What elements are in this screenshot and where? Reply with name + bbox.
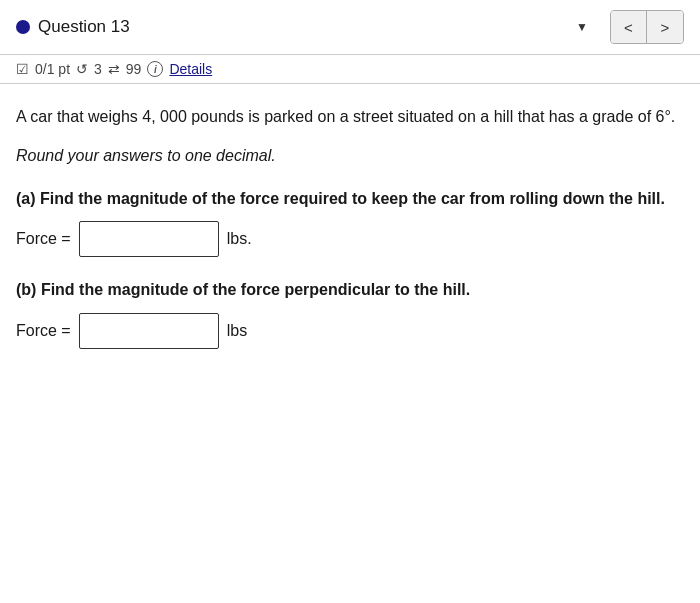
part-b-section: (b) Find the magnitude of the force perp… <box>16 277 684 349</box>
details-link[interactable]: Details <box>169 61 212 77</box>
score-icon: ☑ <box>16 61 29 77</box>
part-a-section: (a) Find the magnitude of the force requ… <box>16 186 684 258</box>
part-a-unit: lbs. <box>227 227 252 251</box>
part-a-answer-row: Force = lbs. <box>16 221 684 257</box>
part-b-answer-row: Force = lbs <box>16 313 684 349</box>
question-label: Question 13 <box>38 17 562 37</box>
score-text: 0/1 pt <box>35 61 70 77</box>
part-a-label: (a) Find the magnitude of the force requ… <box>16 186 684 212</box>
part-b-unit: lbs <box>227 319 247 343</box>
part-a-prefix: Force = <box>16 227 71 251</box>
header-bar: Question 13 ▼ < > <box>0 0 700 55</box>
part-b-input[interactable] <box>79 313 219 349</box>
part-b-prefix: Force = <box>16 319 71 343</box>
part-b-label: (b) Find the magnitude of the force perp… <box>16 277 684 303</box>
round-note: Round your answers to one decimal. <box>16 144 684 168</box>
refresh-icon: ⇄ <box>108 61 120 77</box>
refresh-count: 99 <box>126 61 142 77</box>
dropdown-button[interactable]: ▼ <box>570 15 594 39</box>
undo-count: 3 <box>94 61 102 77</box>
undo-icon: ↺ <box>76 61 88 77</box>
nav-prev-button[interactable]: < <box>611 11 647 43</box>
main-content: A car that weighs 4, 000 pounds is parke… <box>0 84 700 389</box>
part-a-input[interactable] <box>79 221 219 257</box>
problem-text: A car that weighs 4, 000 pounds is parke… <box>16 104 684 130</box>
nav-next-button[interactable]: > <box>647 11 683 43</box>
info-icon[interactable]: i <box>147 61 163 77</box>
question-dot <box>16 20 30 34</box>
meta-bar: ☑ 0/1 pt ↺ 3 ⇄ 99 i Details <box>0 55 700 84</box>
nav-buttons: < > <box>610 10 684 44</box>
